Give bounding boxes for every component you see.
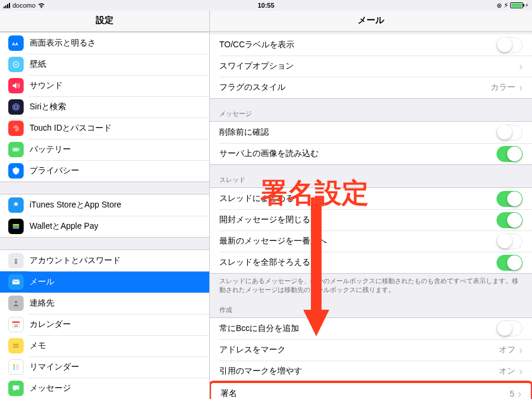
svg-rect-10 [13,227,20,229]
sidebar-title: 設定 [0,11,209,32]
sidebar-item-battery[interactable]: バッテリー [0,139,209,160]
status-time: 10:55 [179,2,353,9]
sidebar-item-display[interactable]: AA画面表示と明るさ [0,33,209,54]
setting-value: カラー [491,82,515,93]
wallet-icon [8,219,24,234]
setting-row[interactable]: アドレスをマークオフ› [210,339,532,361]
sidebar-item-notes[interactable]: メモ [0,335,209,356]
toggle-switch[interactable] [497,125,523,141]
sidebar-item-label: 連絡先 [30,298,201,309]
status-bar: docomo 10:55 ⊗ ⚡︎ ⚡︎ [0,0,532,11]
setting-label: アドレスをマーク [219,345,499,355]
wifi-icon [38,3,45,8]
status-left: docomo [4,2,179,9]
toggle-switch[interactable] [497,233,523,249]
toggle-switch[interactable] [497,37,523,53]
detail-title: メール [210,11,532,32]
setting-row[interactable]: 署名5› [211,383,531,399]
sidebar-item-messages[interactable]: メッセージ [0,378,209,399]
setting-row[interactable]: 削除前に確認 [210,122,532,143]
section-header: スレッド [210,165,532,187]
sidebar-item-label: プライバシー [30,166,201,176]
setting-label: 引用のマークを増やす [219,366,499,377]
sidebar-item-wallet[interactable]: WalletとApple Pay [0,216,209,237]
sidebar-item-appstore[interactable]: iTunes StoreとApp Store [0,194,209,216]
svg-text:AA: AA [12,41,18,47]
touchid-icon [8,121,24,136]
toggle-switch[interactable] [497,255,523,271]
svg-point-22 [13,366,15,368]
svg-rect-12 [15,261,17,264]
setting-row[interactable]: TO/CCラベルを表示 [210,34,532,56]
svg-rect-9 [13,226,20,228]
setting-row[interactable]: 引用のマークを増やすオン› [210,361,532,382]
setting-label: 最新のメッセージを一番上へ [219,236,497,246]
svg-rect-7 [14,149,18,151]
sidebar-item-wallpaper[interactable]: 壁紙 [0,54,209,75]
chevron-right-icon: › [518,388,521,399]
sidebar-item-sound[interactable]: サウンド [0,75,209,96]
sidebar-item-label: サウンド [30,80,201,91]
setting-row[interactable]: サーバ上の画像を読み込む [210,143,532,164]
sidebar-item-touchid[interactable]: Touch IDとパスコード [0,118,209,139]
svg-rect-8 [13,224,20,226]
reminders-icon [8,359,24,375]
sidebar-item-contacts[interactable]: 連絡先 [0,293,209,314]
bluetooth-icon: ⚡︎ [504,1,508,9]
mail-icon [8,274,24,290]
svg-point-11 [15,259,17,261]
section-footer: スレッドにあるメッセージを、ほかのメールボックスに移動されたものも含めてすべて表… [210,274,532,295]
setting-row[interactable]: 常にBccに自分を追加 [210,318,532,339]
sidebar-item-label: メッセージ [30,383,201,394]
chevron-right-icon: › [519,61,523,72]
siri-icon [8,99,24,115]
svg-rect-13 [12,280,20,284]
setting-label: フラグのスタイル [219,82,491,93]
highlight-box: 署名5› [210,381,532,399]
signal-icon [4,3,10,8]
privacy-icon [8,163,24,179]
toggle-switch[interactable] [497,320,523,336]
sidebar-item-reminders[interactable]: リマインダー [0,356,209,378]
svg-point-2 [15,64,17,66]
sidebar-item-calendar[interactable]: 10カレンダー [0,314,209,335]
sidebar-item-label: iTunes StoreとApp Store [30,200,201,210]
appstore-icon [8,197,24,213]
setting-row[interactable]: 最新のメッセージを一番上へ [210,231,532,252]
messages-icon [8,381,24,396]
setting-row[interactable]: スレッドを全部そろえる [210,252,532,273]
setting-label: スワイプオプション [219,61,519,72]
sidebar-item-label: アカウントとパスワード [30,255,201,266]
setting-row[interactable]: フラグのスタイルカラー› [210,77,532,98]
sidebar-item-label: 画面表示と明るさ [30,38,201,48]
toggle-switch[interactable] [497,191,523,207]
carrier-label: docomo [12,2,35,9]
sidebar-item-mail[interactable]: メール [0,271,209,293]
setting-row[interactable]: スワイプオプション› [210,56,532,77]
sidebar-item-privacy[interactable]: プライバシー [0,160,209,181]
detail-scroll[interactable]: TO/CCラベルを表示スワイプオプション›フラグのスタイルカラー›メッセージ削除… [210,32,532,399]
sidebar-item-accounts[interactable]: アカウントとパスワード [0,250,209,271]
sidebar-item-siri[interactable]: Siriと検索 [0,96,209,118]
setting-label: 削除前に確認 [219,127,497,138]
chevron-right-icon: › [519,366,523,377]
svg-point-3 [13,104,20,111]
toggle-switch[interactable] [497,146,523,162]
sidebar-item-label: メモ [30,340,201,351]
sidebar-item-label: WalletとApple Pay [30,221,201,232]
toggle-switch[interactable] [497,212,523,228]
sidebar-item-label: Touch IDとパスコード [30,123,201,134]
setting-label: 常にBccに自分を追加 [219,323,497,334]
section-header: メッセージ [210,99,532,121]
svg-text:10: 10 [14,324,18,327]
notes-icon [8,338,24,353]
setting-label: 開封メッセージを閉じる [219,215,497,225]
svg-point-14 [15,301,17,303]
sidebar-item-label: バッテリー [30,144,201,155]
setting-row[interactable]: スレッドにまとめる [210,188,532,209]
section-header: 作成 [210,295,532,317]
display-icon: AA [8,35,24,51]
settings-sidebar: 設定 AA画面表示と明るさ壁紙サウンドSiriと検索Touch IDとパスコード… [0,11,210,399]
setting-row[interactable]: 開封メッセージを閉じる [210,209,532,231]
sidebar-scroll[interactable]: AA画面表示と明るさ壁紙サウンドSiriと検索Touch IDとパスコードバッテ… [0,32,209,399]
